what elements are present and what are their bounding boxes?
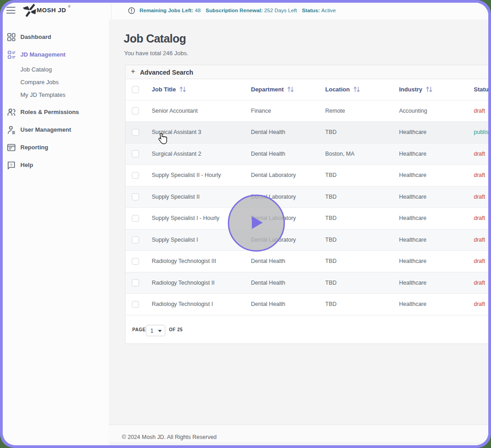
svg-text:?: ? (10, 163, 12, 167)
